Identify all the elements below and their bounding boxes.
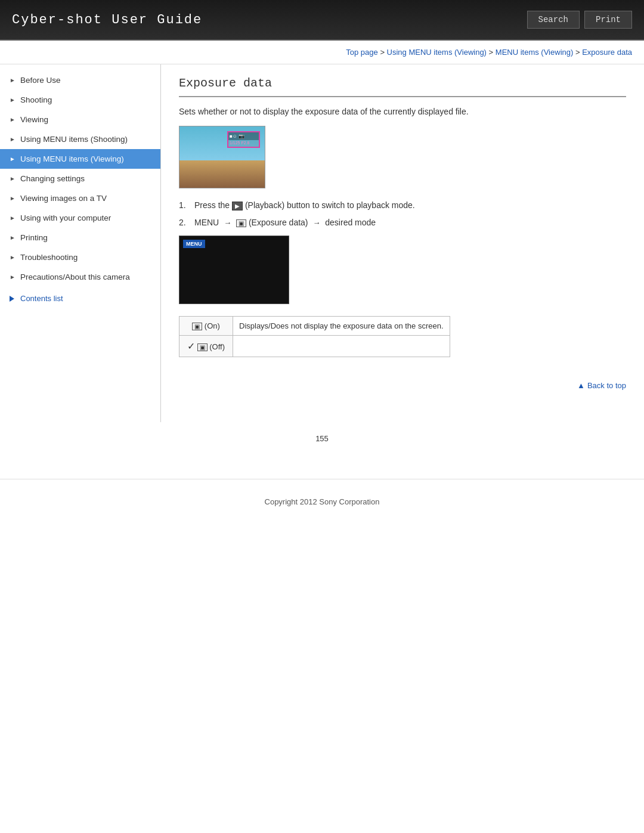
sidebar: ► Before Use ► Shooting ► Viewing ► Usin… [0,64,161,422]
breadcrumb-link-top[interactable]: Top page [346,48,378,57]
back-to-top-link[interactable]: ▲ Back to top [577,381,626,390]
breadcrumb-separator: > [575,48,582,57]
sidebar-item-label: Using MENU items (Shooting) [20,135,128,144]
camera-screenshot: ■☺ 📷 1/125 F2.8 [179,126,265,188]
step-text: Press the ▶ (Playback) button to switch … [194,200,626,210]
back-to-top-label: Back to top [587,381,626,390]
options-table: ▣ (On) Displays/Does not display the exp… [179,316,450,357]
step-2: 2. MENU → ▣ (Exposure data) → desired mo… [179,218,626,227]
sidebar-item-printing[interactable]: ► Printing [0,228,160,247]
chevron-right-icon: ► [10,116,16,123]
sidebar-item-label: Precautions/About this camera [20,272,130,281]
sidebar-item-label: Printing [20,233,48,242]
content-area: Exposure data Sets whether or not to dis… [161,64,644,402]
app-title: Cyber-shot User Guide [12,13,202,27]
exposure-icon: ▣ [236,219,246,227]
exposure-overlay: ■☺ 📷 1/125 F2.8 [227,131,260,148]
page-footer: Copyright 2012 Sony Corporation [0,479,644,518]
chevron-right-icon: ► [10,215,16,221]
chevron-right-icon: ► [10,97,16,103]
chevron-right-icon: ► [10,195,16,202]
page-description: Sets whether or not to display the expos… [179,107,626,116]
breadcrumb-link-current[interactable]: Exposure data [582,48,632,57]
table-cell-icon: ✓ ▣ (Off) [179,335,233,357]
sidebar-item-label: Before Use [20,76,61,85]
breadcrumb-separator: > [380,48,386,57]
breadcrumb-separator: > [489,48,496,57]
sidebar-item-precautions[interactable]: ► Precautions/About this camera [0,267,160,287]
chevron-right-icon: ► [10,156,16,162]
on-icon: ▣ [192,323,202,330]
chevron-right-icon: ► [10,175,16,182]
playback-button-icon: ▶ [232,202,243,210]
content-footer: ▲ Back to top [179,375,626,390]
step-text: MENU → ▣ (Exposure data) → desired mode [194,218,626,227]
sidebar-item-label: Changing settings [20,174,85,183]
table-row: ✓ ▣ (Off) [179,335,450,357]
arrow-icon: → [312,218,320,227]
menu-screenshot: MENU [179,236,289,304]
check-icon: ✓ [187,341,195,351]
contents-list-link[interactable]: Contents list [0,287,160,310]
step-number: 1. [179,200,191,210]
main-layout: ► Before Use ► Shooting ► Viewing ► Usin… [0,64,644,422]
sidebar-item-viewing-tv[interactable]: ► Viewing images on a TV [0,188,160,208]
sidebar-item-viewing[interactable]: ► Viewing [0,110,160,129]
chevron-right-icon: ► [10,77,16,83]
header: Cyber-shot User Guide Search Print [0,0,644,41]
copyright-text: Copyright 2012 Sony Corporation [265,497,380,506]
page-number: 155 [0,422,644,455]
step-1: 1. Press the ▶ (Playback) button to swit… [179,200,626,210]
table-cell-icon: ▣ (On) [179,316,233,335]
sidebar-item-label: Using with your computer [20,213,111,222]
sidebar-item-computer[interactable]: ► Using with your computer [0,208,160,228]
sidebar-item-troubleshooting[interactable]: ► Troubleshooting [0,247,160,267]
table-row: ▣ (On) Displays/Does not display the exp… [179,316,450,335]
off-icon: ▣ [197,343,208,351]
sidebar-item-label: Viewing images on a TV [20,194,107,203]
on-label: (On) [205,321,220,330]
sidebar-item-shooting[interactable]: ► Shooting [0,90,160,110]
chevron-right-icon: ► [10,234,16,241]
breadcrumb: Top page > Using MENU items (Viewing) > … [0,41,644,64]
print-button[interactable]: Print [584,11,632,29]
menu-label: MENU [183,240,205,248]
step-number: 2. [179,218,191,227]
on-description: Displays/Does not display the exposure d… [239,321,444,330]
table-cell-description: Displays/Does not display the exposure d… [233,316,450,335]
chevron-right-icon: ► [10,254,16,261]
contents-link-label: Contents list [20,294,63,303]
breadcrumb-link-menu-items[interactable]: MENU items (Viewing) [496,48,574,57]
arrow-icon: → [224,218,231,227]
page-title: Exposure data [179,76,626,97]
triangle-up-icon: ▲ [577,381,585,390]
header-buttons: Search Print [527,11,632,29]
sidebar-item-menu-viewing[interactable]: ► Using MENU items (Viewing) [0,149,160,169]
sidebar-item-changing-settings[interactable]: ► Changing settings [0,169,160,188]
sidebar-item-label: Shooting [20,95,52,104]
chevron-right-icon: ► [10,274,16,280]
search-button[interactable]: Search [527,11,580,29]
sidebar-item-before-use[interactable]: ► Before Use [0,70,160,90]
table-cell-description [233,335,450,357]
sidebar-item-label: Troubleshooting [20,253,78,262]
chevron-right-icon: ► [10,136,16,143]
sidebar-item-label: Using MENU items (Viewing) [20,154,124,163]
breadcrumb-link-menu-viewing[interactable]: Using MENU items (Viewing) [387,48,487,57]
off-label: (Off) [209,342,225,351]
sidebar-item-label: Viewing [20,115,48,124]
sidebar-item-menu-shooting[interactable]: ► Using MENU items (Shooting) [0,129,160,149]
arrow-right-icon [10,296,14,302]
